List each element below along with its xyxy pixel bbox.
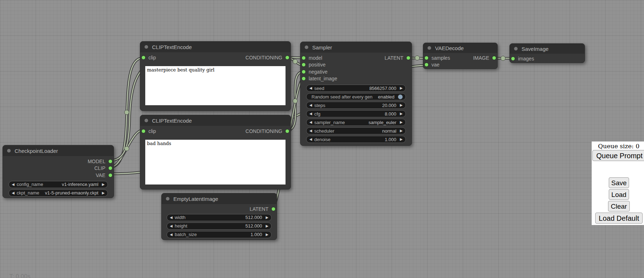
decrement-arrow-icon[interactable]: ◀	[309, 128, 312, 134]
node-title-bar[interactable]: VAEDecode	[423, 43, 497, 53]
node-title-bar[interactable]: SaveImage	[510, 44, 585, 54]
queue-size-label: Queue size: 0	[592, 143, 644, 150]
input-port-vae[interactable]	[424, 63, 429, 67]
increment-arrow-icon[interactable]: ▶	[266, 214, 268, 221]
output-label: CONDITIONING	[246, 55, 282, 60]
clear-button[interactable]: Clear	[608, 201, 630, 212]
widget-label: Random seed after every gen	[311, 94, 372, 100]
save-button[interactable]: Save	[609, 177, 629, 188]
widget-steps[interactable]: ◀ steps 20.000 ▶	[306, 102, 406, 109]
increment-arrow-icon[interactable]: ▶	[400, 136, 403, 143]
collapse-dot-icon[interactable]	[145, 45, 148, 49]
node-sampler[interactable]: Sampler model LATENT positive negative l…	[300, 42, 412, 146]
node-title: Sampler	[312, 44, 332, 50]
output-port-model[interactable]	[108, 159, 112, 164]
collapse-dot-icon[interactable]	[305, 46, 308, 49]
node-clip-text-encode-positive[interactable]: CLIPTextEncode clip CONDITIONING masterp…	[140, 41, 291, 111]
link-midpoint-dot	[293, 99, 298, 103]
input-port-images[interactable]	[511, 57, 515, 61]
output-port-conditioning[interactable]	[285, 55, 289, 60]
input-label: negative	[309, 69, 328, 75]
node-checkpoint-loader[interactable]: CheckpointLoader MODEL CLIP VAE ◀ config…	[2, 145, 114, 198]
widget-denoise[interactable]: ◀ denoise 1.000 ▶	[306, 136, 406, 143]
output-port-clip[interactable]	[108, 166, 112, 170]
widget-value: v1-5-pruned-emaonly.ckpt	[45, 190, 98, 196]
increment-arrow-icon[interactable]: ▶	[400, 102, 403, 108]
widget-cfg[interactable]: ◀ cfg 8.000 ▶	[306, 110, 406, 117]
widget-value: normal	[382, 128, 397, 134]
widget-config-name[interactable]: ◀ config_name v1-inference.yaml ▶	[9, 181, 108, 188]
increment-arrow-icon[interactable]: ▶	[400, 128, 403, 134]
node-empty-latent-image[interactable]: EmptyLatentImage LATENT ◀ width 512.000 …	[161, 193, 277, 240]
widget-value: 8.000	[385, 111, 397, 117]
node-vae-decode[interactable]: VAEDecode samples IMAGE vae	[423, 43, 498, 69]
increment-arrow-icon[interactable]: ▶	[400, 111, 403, 117]
decrement-arrow-icon[interactable]: ◀	[309, 102, 312, 108]
collapse-dot-icon[interactable]	[166, 197, 169, 201]
widget-sampler-name[interactable]: ◀ sampler_name sample_euler ▶	[306, 119, 406, 126]
widget-seed[interactable]: ◀ seed 8566257.000 ▶	[306, 85, 406, 92]
node-title-bar[interactable]: CLIPTextEncode	[140, 115, 290, 126]
output-port-image[interactable]	[492, 56, 496, 60]
increment-arrow-icon[interactable]: ▶	[266, 223, 268, 229]
increment-arrow-icon[interactable]: ▶	[102, 190, 105, 196]
input-port-model[interactable]	[302, 56, 306, 60]
toggle-enabled-icon[interactable]	[398, 95, 403, 99]
link-midpoint-dot	[125, 146, 129, 151]
widget-batch-size[interactable]: ◀ batch_size 1.000 ▶	[167, 231, 272, 238]
widget-label: seed	[314, 86, 324, 91]
decrement-arrow-icon[interactable]: ◀	[12, 181, 15, 188]
decrement-arrow-icon[interactable]: ◀	[309, 136, 312, 143]
input-port-clip[interactable]	[141, 129, 146, 133]
link-midpoint-dot	[125, 110, 129, 115]
decrement-arrow-icon[interactable]: ◀	[170, 214, 173, 221]
decrement-arrow-icon[interactable]: ◀	[170, 231, 173, 238]
widget-value: enabled	[378, 94, 394, 100]
negative-prompt-textarea[interactable]: bad hands	[145, 140, 286, 185]
input-port-negative[interactable]	[302, 70, 306, 74]
output-label: LATENT	[250, 206, 268, 212]
widget-random-seed-toggle[interactable]: Random seed after every gen enabled	[306, 93, 406, 100]
node-save-image[interactable]: SaveImage images	[509, 43, 585, 63]
widget-scheduler[interactable]: ◀ scheduler normal ▶	[306, 127, 406, 134]
input-port-clip[interactable]	[141, 55, 146, 60]
output-port-conditioning[interactable]	[285, 129, 289, 133]
node-clip-text-encode-negative[interactable]: CLIPTextEncode clip CONDITIONING bad han…	[140, 115, 291, 189]
widget-height[interactable]: ◀ height 512.000 ▶	[167, 223, 272, 230]
output-port-latent[interactable]	[406, 56, 410, 60]
node-title-bar[interactable]: Sampler	[300, 42, 412, 53]
widget-ckpt-name[interactable]: ◀ ckpt_name v1-5-pruned-emaonly.ckpt ▶	[9, 189, 108, 197]
output-port-latent[interactable]	[271, 207, 276, 211]
increment-arrow-icon[interactable]: ▶	[400, 119, 403, 125]
collapse-dot-icon[interactable]	[428, 46, 431, 50]
collapse-dot-icon[interactable]	[7, 149, 11, 153]
queue-prompt-button[interactable]: Queue Prompt	[592, 150, 644, 161]
increment-arrow-icon[interactable]: ▶	[266, 231, 268, 238]
widget-width[interactable]: ◀ width 512.000 ▶	[167, 214, 272, 221]
input-port-latent-image[interactable]	[302, 76, 306, 81]
widget-label: cfg	[314, 111, 320, 117]
node-title-bar[interactable]: EmptyLatentImage	[162, 193, 277, 204]
load-button[interactable]: Load	[609, 189, 629, 200]
decrement-arrow-icon[interactable]: ◀	[309, 119, 312, 125]
input-label: images	[518, 56, 534, 62]
decrement-arrow-icon[interactable]: ◀	[309, 111, 312, 117]
node-title-bar[interactable]: CLIPTextEncode	[140, 42, 290, 52]
output-label: CLIP	[94, 165, 105, 171]
node-graph-canvas[interactable]: { "icons": { "arrow_left": "◀", "arrow_r…	[0, 0, 644, 278]
collapse-dot-icon[interactable]	[514, 47, 518, 50]
load-default-button[interactable]: Load Default	[595, 213, 643, 224]
increment-arrow-icon[interactable]: ▶	[102, 181, 105, 188]
collapse-dot-icon[interactable]	[145, 119, 148, 122]
decrement-arrow-icon[interactable]: ◀	[309, 85, 312, 91]
positive-prompt-textarea[interactable]: masterpiece best quality girl	[145, 66, 286, 105]
output-port-vae[interactable]	[108, 173, 112, 177]
decrement-arrow-icon[interactable]: ◀	[12, 190, 15, 196]
increment-arrow-icon[interactable]: ▶	[400, 85, 403, 91]
node-title-bar[interactable]: CheckpointLoader	[3, 145, 114, 156]
output-label: VAE	[96, 172, 105, 178]
input-port-positive[interactable]	[302, 63, 306, 67]
input-port-samples[interactable]	[424, 56, 429, 60]
decrement-arrow-icon[interactable]: ◀	[170, 223, 173, 229]
widget-label: denoise	[314, 137, 331, 142]
